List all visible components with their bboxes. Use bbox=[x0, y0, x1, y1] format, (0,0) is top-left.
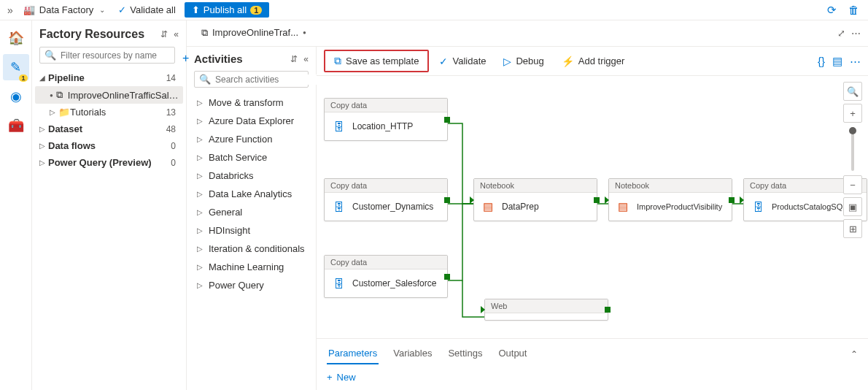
refresh-icon[interactable]: ⟳ bbox=[823, 4, 841, 17]
chevron-right-icon: ▷ bbox=[197, 153, 204, 161]
debug-button[interactable]: ▷ Debug bbox=[496, 52, 551, 71]
zoom-out-button[interactable]: − bbox=[843, 175, 862, 194]
activity-category[interactable]: ▷Move & transform bbox=[194, 93, 316, 112]
activity-category[interactable]: ▷Power Query bbox=[194, 276, 316, 294]
code-icon[interactable]: {} bbox=[818, 55, 825, 68]
node-customer-dynamics[interactable]: Copy data 🗄 Customer_Dynamics bbox=[324, 178, 448, 221]
node-name: DataPrep bbox=[502, 202, 539, 212]
manage-button[interactable]: 🧰 bbox=[3, 112, 29, 139]
node-type-label: Notebook bbox=[609, 179, 732, 193]
panel-tab-output[interactable]: Output bbox=[497, 343, 528, 364]
node-customer-salesforce[interactable]: Copy data 🗄 Customer_Salesforce bbox=[324, 255, 448, 298]
validate-button[interactable]: ✓ Validate bbox=[432, 52, 493, 71]
activity-category[interactable]: ▷Batch Service bbox=[194, 148, 316, 167]
resources-filter[interactable]: 🔍 bbox=[39, 47, 175, 64]
panel-tab-settings[interactable]: Settings bbox=[446, 343, 484, 364]
node-improve-visibility[interactable]: Notebook ▤ ImproveProductVisibility bbox=[608, 178, 732, 221]
pipeline-icon: ⧉ bbox=[201, 27, 208, 39]
pin-icon[interactable]: ⇵ bbox=[160, 29, 168, 39]
node-type-label: Copy data bbox=[325, 256, 447, 269]
activity-category[interactable]: ▷Data Lake Analytics bbox=[194, 185, 316, 203]
tab-menu-icon[interactable]: ⋯ bbox=[851, 28, 861, 39]
validate-all-button[interactable]: ✓ Validate all bbox=[112, 2, 182, 18]
tree-count: 48 bbox=[166, 124, 179, 134]
panel-tab-variables[interactable]: Variables bbox=[392, 343, 433, 364]
author-button[interactable]: ✎ 1 bbox=[3, 54, 29, 80]
chevron-right-icon: ▷ bbox=[50, 108, 58, 116]
chevron-right-icon: ▷ bbox=[197, 117, 204, 125]
collapse-panel-icon[interactable]: ⌃ bbox=[850, 349, 858, 359]
save-template-label: Save as template bbox=[346, 56, 419, 66]
activity-category[interactable]: ▷HDInsight bbox=[194, 221, 316, 240]
activity-category[interactable]: ▷Machine Learning bbox=[194, 258, 316, 276]
delete-icon[interactable]: 🗑 bbox=[844, 4, 864, 16]
plus-icon: + bbox=[327, 372, 333, 383]
activity-category[interactable]: ▷Azure Data Explorer bbox=[194, 112, 316, 130]
activity-label: Batch Service bbox=[209, 152, 267, 163]
add-trigger-button[interactable]: ⚡ Add trigger bbox=[554, 52, 632, 71]
breadcrumb[interactable]: 🏭 Data Factory ⌄ bbox=[19, 4, 109, 15]
validate-all-label: Validate all bbox=[130, 4, 176, 15]
activity-category[interactable]: ▷Iteration & conditionals bbox=[194, 240, 316, 258]
activities-search[interactable]: 🔍 bbox=[194, 71, 309, 88]
publish-all-button[interactable]: ⬆ Publish all 1 bbox=[185, 2, 269, 18]
tree-item[interactable]: ▷Power Query (Preview)0 bbox=[35, 154, 183, 171]
chevron-right-icon: ▷ bbox=[197, 226, 204, 234]
node-name: Customer_Salesforce bbox=[352, 278, 436, 288]
fit-screen-button[interactable]: ▣ bbox=[843, 197, 862, 216]
tree-label: Data flows bbox=[48, 140, 171, 151]
node-dataprep[interactable]: Notebook ▤ DataPrep bbox=[473, 178, 597, 221]
activity-label: Move & transform bbox=[209, 97, 284, 108]
node-type-label: Copy data bbox=[325, 99, 447, 112]
search-icon: 🔍 bbox=[199, 74, 211, 85]
canvas-search-button[interactable]: 🔍 bbox=[843, 82, 862, 101]
activities-search-input[interactable] bbox=[215, 74, 325, 85]
resources-filter-input[interactable] bbox=[61, 50, 170, 61]
new-parameter-button[interactable]: + New bbox=[327, 372, 858, 383]
pipeline-icon: ⧉ bbox=[56, 89, 68, 101]
chevron-right-icon: ▷ bbox=[39, 125, 48, 133]
tree-item[interactable]: ◢Pipeline14 bbox=[35, 69, 183, 86]
zoom-slider[interactable] bbox=[851, 127, 854, 171]
folder-icon: 📁 bbox=[58, 107, 70, 118]
resources-title: Factory Resources bbox=[39, 28, 144, 41]
collapse-left-icon[interactable]: « bbox=[174, 29, 179, 39]
panel-tab-parameters[interactable]: Parameters bbox=[327, 343, 379, 364]
activity-category[interactable]: ▷Databricks bbox=[194, 167, 316, 185]
drag-handle-icon[interactable]: » bbox=[4, 4, 16, 16]
modified-dot-icon: ● bbox=[50, 92, 53, 99]
zoom-in-button[interactable]: + bbox=[843, 104, 862, 123]
activity-label: HDInsight bbox=[209, 225, 250, 236]
tree-item[interactable]: ●⧉ImproveOnlineTrafficSales bbox=[35, 86, 183, 104]
layout-button[interactable]: ⊞ bbox=[843, 219, 862, 238]
home-button[interactable]: 🏠 bbox=[3, 25, 29, 51]
monitor-button[interactable]: ◉ bbox=[3, 83, 29, 110]
expand-icon[interactable]: ⤢ bbox=[837, 28, 845, 39]
pin-icon[interactable]: ⇵ bbox=[290, 54, 298, 64]
activity-category[interactable]: ▷Azure Function bbox=[194, 130, 316, 148]
resources-panel: Factory Resources ⇵ « 🔍 + ◢Pipeline14●⧉I… bbox=[32, 20, 187, 390]
chevron-right-icon: ▷ bbox=[197, 263, 204, 271]
breadcrumb-label: Data Factory bbox=[39, 4, 93, 15]
save-as-template-button[interactable]: ⧉ Save as template bbox=[324, 50, 429, 72]
activity-label: Machine Learning bbox=[209, 261, 284, 272]
tree-item[interactable]: ▷📁Tutorials13 bbox=[35, 104, 183, 121]
toolbar-menu-icon[interactable]: ⋯ bbox=[850, 55, 861, 68]
node-location-http[interactable]: Copy data 🗄 Location_HTTP bbox=[324, 98, 448, 141]
activity-label: Azure Data Explorer bbox=[209, 115, 294, 126]
check-icon: ✓ bbox=[118, 4, 126, 15]
pipeline-canvas[interactable]: Copy data 🗄 Location_HTTP Copy data 🗄 Cu… bbox=[317, 76, 868, 338]
node-web[interactable]: Web bbox=[484, 299, 608, 321]
publish-count-badge: 1 bbox=[250, 6, 262, 15]
properties-icon[interactable]: ▤ bbox=[832, 55, 842, 68]
copy-data-icon: 🗄 bbox=[330, 199, 346, 215]
new-label: New bbox=[337, 372, 356, 383]
tree-item[interactable]: ▷Data flows0 bbox=[35, 137, 183, 154]
tree-item[interactable]: ▷Dataset48 bbox=[35, 121, 183, 137]
collapse-left-icon[interactable]: « bbox=[303, 54, 309, 64]
tree-label: Dataset bbox=[48, 123, 166, 134]
activity-label: Databricks bbox=[209, 170, 253, 181]
tab-pipeline[interactable]: ⧉ ImproveOnlineTraf... ● bbox=[194, 23, 314, 45]
tree-label: Tutorials bbox=[70, 107, 166, 118]
activity-category[interactable]: ▷General bbox=[194, 203, 316, 221]
